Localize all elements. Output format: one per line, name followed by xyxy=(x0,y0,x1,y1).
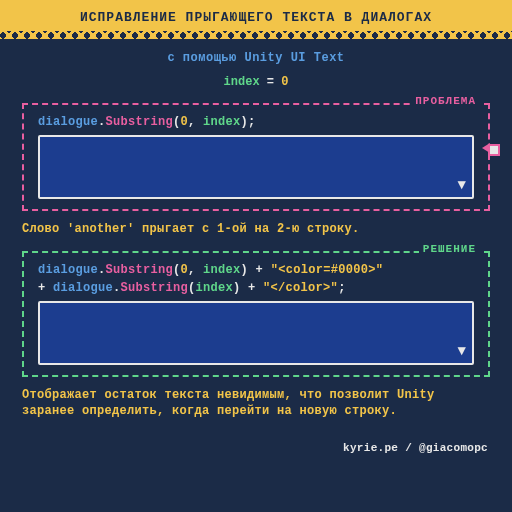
header-banner: ИСПРАВЛЕНИЕ ПРЫГАЮЩЕГО ТЕКСТА В ДИАЛОГАХ xyxy=(0,0,512,31)
code-token: ; xyxy=(338,281,346,295)
code-token: . xyxy=(98,115,106,129)
code-problem: dialogue.Substring(0, index); xyxy=(38,115,474,129)
panel-problem-label: ПРОБЛЕМА xyxy=(411,95,480,107)
code-token: dialogue xyxy=(53,281,113,295)
code-token: ) + xyxy=(241,263,271,277)
code-token: Substring xyxy=(106,263,174,277)
code-token: dialogue xyxy=(38,115,98,129)
code-token: , xyxy=(188,263,203,277)
index-equals: = xyxy=(260,75,282,89)
header-zigzag xyxy=(0,31,512,39)
code-token: 0 xyxy=(181,263,189,277)
code-token: ) + xyxy=(233,281,263,295)
code-token: . xyxy=(98,263,106,277)
panel-solution: РЕШЕНИЕ dialogue.Substring(0, index) + "… xyxy=(22,251,490,377)
code-token: ( xyxy=(188,281,196,295)
code-token: "</color>" xyxy=(263,281,338,295)
code-token: Substring xyxy=(121,281,189,295)
code-token: ); xyxy=(241,115,256,129)
code-solution-line2: + dialogue.Substring(index) + "</color>"… xyxy=(38,281,474,295)
panel-solution-label: РЕШЕНИЕ xyxy=(419,243,480,255)
code-token: Substring xyxy=(106,115,174,129)
dialogue-box-problem: ▼ xyxy=(38,135,474,199)
caption-problem: Слово 'another' прыгает с 1-ой на 2-ю ст… xyxy=(22,221,490,237)
advance-indicator-icon: ▼ xyxy=(458,343,466,359)
index-line: index = 0 xyxy=(22,75,490,89)
pointer-cursor-icon xyxy=(482,141,500,155)
code-token: index xyxy=(203,263,241,277)
credit-line: kyrie.pe / @giacomopc xyxy=(0,442,488,454)
code-token: , xyxy=(188,115,203,129)
code-token: 0 xyxy=(181,115,189,129)
code-token: ( xyxy=(173,263,181,277)
page-title: ИСПРАВЛЕНИЕ ПРЫГАЮЩЕГО ТЕКСТА В ДИАЛОГАХ xyxy=(80,10,432,25)
panel-problem: ПРОБЛЕМА dialogue.Substring(0, index); ▼ xyxy=(22,103,490,211)
main-content: с помощью Unity UI Text index = 0 ПРОБЛЕ… xyxy=(0,31,512,438)
code-token: "<color=#0000>" xyxy=(271,263,384,277)
index-label: index xyxy=(224,75,260,89)
code-token: dialogue xyxy=(38,263,98,277)
subtitle: с помощью Unity UI Text xyxy=(22,51,490,65)
code-token: ( xyxy=(173,115,181,129)
code-token: + xyxy=(38,281,53,295)
caption-solution: Отображает остаток текста невидимым, что… xyxy=(22,387,490,419)
code-token: . xyxy=(113,281,121,295)
code-token: index xyxy=(196,281,234,295)
textbox-wrap-solution: ▼ xyxy=(38,301,474,365)
code-solution-line1: dialogue.Substring(0, index) + "<color=#… xyxy=(38,263,474,277)
advance-indicator-icon: ▼ xyxy=(458,177,466,193)
textbox-wrap-problem: ▼ xyxy=(38,135,474,199)
dialogue-box-solution: ▼ xyxy=(38,301,474,365)
index-value: 0 xyxy=(281,75,288,89)
code-token: index xyxy=(203,115,241,129)
